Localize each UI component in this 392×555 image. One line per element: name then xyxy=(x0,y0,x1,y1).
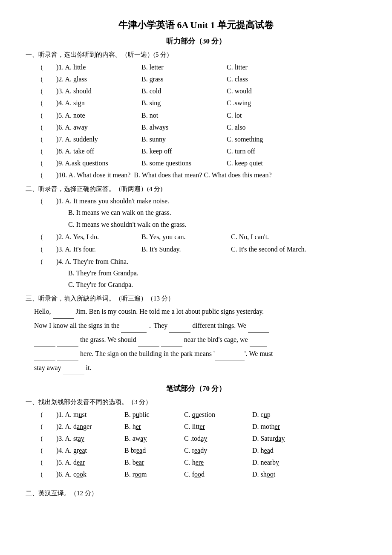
part3-text: Hello, Jim. Ben is my cousin. He told me… xyxy=(34,305,366,375)
writing-q-row: （ )6. A. cook B. room C. food D. shoot xyxy=(34,468,366,480)
listening-section-title: 听力部分（30 分） xyxy=(26,35,366,48)
part1-question-row: （ )2. A. glassB. grassC. class xyxy=(34,73,366,85)
writing-section-title: 笔试部分（70 分） xyxy=(26,383,366,395)
part1-question-row: （ )1. A. littleB. letterC. litter xyxy=(34,61,366,73)
writing-q-row: （ )2. A. danger B. her C. litter D. moth… xyxy=(34,421,366,432)
part2-header: 二、听录音，选择正确的应答。（听两遍）(4 分) xyxy=(26,184,366,195)
part1-question-row: （ )6. A. awayB. alwaysC. also xyxy=(34,121,366,133)
part1-question-row: （ )7. A. suddenlyB. sunnyC. something xyxy=(34,133,366,145)
writing-part1-questions: （ )1. A. must B. public C. question D. c… xyxy=(34,409,366,480)
part2-question-block: （ )2. A. Yes, I do. B. Yes, you can. C. … xyxy=(34,231,366,243)
part3-header: 三、听录音，填入所缺的单词。（听三遍）（13 分） xyxy=(26,293,366,304)
part2-question-block: （ )1. A. It means you shouldn't make noi… xyxy=(34,195,366,230)
part1-questions: （ )1. A. littleB. letterC. litter（ )2. A… xyxy=(34,61,366,181)
part1-question-row: （ )8. A. take offB. keep offC. turn off xyxy=(34,145,366,157)
page-title: 牛津小学英语 6A Unit 1 单元提高试卷 xyxy=(26,17,366,33)
writing-q-row: （ )4. A. great B bread C. ready D. head xyxy=(34,445,366,456)
part1-question-row: （ )5. A. noteB. notC. lot xyxy=(34,110,366,121)
part1-question-row: （ )3. A. shouldB. coldC. would xyxy=(34,85,366,97)
part2-questions: （ )1. A. It means you shouldn't make noi… xyxy=(34,195,366,291)
writing-part1-header: 一、找出划线部分发音不同的选项。（3 分） xyxy=(26,397,366,408)
writing-q-row: （ )1. A. must B. public C. question D. c… xyxy=(34,409,366,420)
part1-question-row: （ )9. A.ask questionsB. some questionsC.… xyxy=(34,157,366,169)
part1-question-row: （ )10. A. What dose it mean? B. What doe… xyxy=(34,169,366,181)
writing-part2-header: 二、英汉互译。（12 分） xyxy=(26,488,366,499)
part2-question-block: （ )3. A. It's four. B. It's Sunday. C. I… xyxy=(34,243,366,255)
writing-q-row: （ )5. A. dear B. bear C. here D. nearby xyxy=(34,457,366,468)
part2-question-block: （ )4. A. They're from China. B. They're … xyxy=(34,256,366,291)
part1-question-row: （ )4. A. signB. singC .swing xyxy=(34,97,366,109)
writing-q-row: （ )3. A. stay B. away C .today D. Saturd… xyxy=(34,433,366,444)
part1-header: 一、听录音，选出你听到的内容。（听一遍）(5 分) xyxy=(26,49,366,61)
